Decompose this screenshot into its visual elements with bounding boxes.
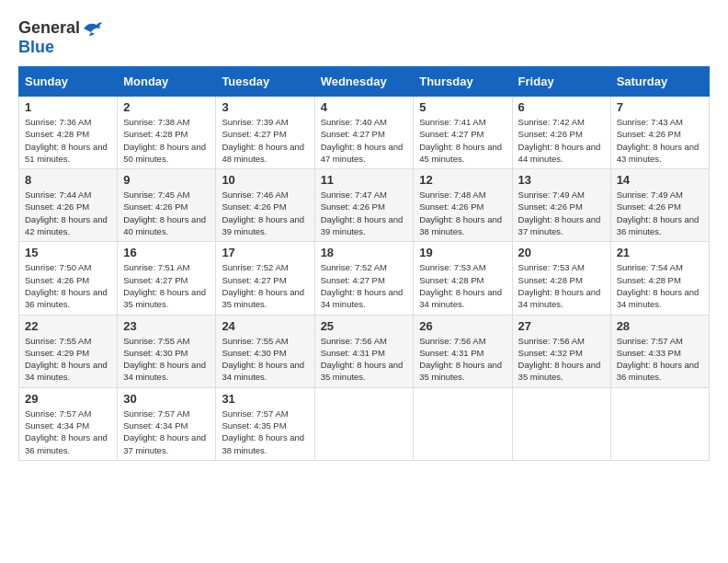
calendar-cell: 29Sunrise: 7:57 AMSunset: 4:34 PMDayligh… xyxy=(19,387,118,460)
day-info: Sunrise: 7:57 AMSunset: 4:34 PMDaylight:… xyxy=(123,408,210,456)
calendar-cell: 8Sunrise: 7:44 AMSunset: 4:26 PMDaylight… xyxy=(19,169,118,242)
calendar-cell: 3Sunrise: 7:39 AMSunset: 4:27 PMDaylight… xyxy=(216,97,314,169)
calendar-week-row: 8Sunrise: 7:44 AMSunset: 4:26 PMDaylight… xyxy=(19,169,710,242)
day-info: Sunrise: 7:40 AMSunset: 4:27 PMDaylight:… xyxy=(321,116,408,165)
logo-general-text: General xyxy=(18,18,80,38)
calendar-cell: 23Sunrise: 7:55 AMSunset: 4:30 PMDayligh… xyxy=(118,315,216,387)
calendar-cell: 21Sunrise: 7:54 AMSunset: 4:28 PMDayligh… xyxy=(610,242,709,315)
day-number: 31 xyxy=(222,392,308,406)
calendar-cell: 27Sunrise: 7:56 AMSunset: 4:32 PMDayligh… xyxy=(512,315,610,387)
day-info: Sunrise: 7:42 AMSunset: 4:26 PMDaylight:… xyxy=(518,116,605,165)
day-info: Sunrise: 7:45 AMSunset: 4:26 PMDaylight:… xyxy=(123,189,210,237)
calendar-cell: 5Sunrise: 7:41 AMSunset: 4:27 PMDaylight… xyxy=(414,97,512,169)
calendar-cell: 6Sunrise: 7:42 AMSunset: 4:26 PMDaylight… xyxy=(512,97,610,169)
day-info: Sunrise: 7:54 AMSunset: 4:28 PMDaylight:… xyxy=(617,261,703,310)
calendar-cell: 30Sunrise: 7:57 AMSunset: 4:34 PMDayligh… xyxy=(118,387,216,460)
day-info: Sunrise: 7:39 AMSunset: 4:27 PMDaylight:… xyxy=(222,116,308,165)
day-number: 27 xyxy=(518,319,605,333)
day-info: Sunrise: 7:57 AMSunset: 4:35 PMDaylight:… xyxy=(222,408,308,456)
calendar-cell: 28Sunrise: 7:57 AMSunset: 4:33 PMDayligh… xyxy=(610,315,709,387)
day-info: Sunrise: 7:41 AMSunset: 4:27 PMDaylight:… xyxy=(419,116,506,165)
calendar-cell: 10Sunrise: 7:46 AMSunset: 4:26 PMDayligh… xyxy=(216,169,314,242)
day-info: Sunrise: 7:51 AMSunset: 4:27 PMDaylight:… xyxy=(123,261,210,310)
calendar-header-tuesday: Tuesday xyxy=(216,67,314,97)
calendar-week-row: 29Sunrise: 7:57 AMSunset: 4:34 PMDayligh… xyxy=(19,387,710,460)
calendar-week-row: 15Sunrise: 7:50 AMSunset: 4:26 PMDayligh… xyxy=(19,242,710,315)
calendar-header-sunday: Sunday xyxy=(19,67,118,97)
calendar-header-thursday: Thursday xyxy=(414,67,512,97)
calendar-cell: 16Sunrise: 7:51 AMSunset: 4:27 PMDayligh… xyxy=(118,242,216,315)
calendar-cell: 15Sunrise: 7:50 AMSunset: 4:26 PMDayligh… xyxy=(19,242,118,315)
calendar-cell: 24Sunrise: 7:55 AMSunset: 4:30 PMDayligh… xyxy=(216,315,314,387)
day-number: 17 xyxy=(222,246,308,259)
day-number: 8 xyxy=(25,173,111,187)
day-number: 14 xyxy=(617,173,703,187)
day-info: Sunrise: 7:56 AMSunset: 4:31 PMDaylight:… xyxy=(321,335,408,384)
calendar-cell: 22Sunrise: 7:55 AMSunset: 4:29 PMDayligh… xyxy=(19,315,118,387)
day-number: 21 xyxy=(617,246,703,259)
day-info: Sunrise: 7:47 AMSunset: 4:26 PMDaylight:… xyxy=(321,189,408,237)
calendar-cell: 19Sunrise: 7:53 AMSunset: 4:28 PMDayligh… xyxy=(414,242,512,315)
calendar-cell: 18Sunrise: 7:52 AMSunset: 4:27 PMDayligh… xyxy=(314,242,414,315)
day-number: 19 xyxy=(419,246,506,259)
day-number: 15 xyxy=(25,246,111,259)
page-header: General Blue xyxy=(18,18,710,57)
calendar-cell: 9Sunrise: 7:45 AMSunset: 4:26 PMDaylight… xyxy=(118,169,216,242)
day-number: 26 xyxy=(419,319,506,333)
day-number: 18 xyxy=(321,246,408,259)
calendar-cell: 14Sunrise: 7:49 AMSunset: 4:26 PMDayligh… xyxy=(610,169,709,242)
logo-blue-text: Blue xyxy=(18,38,54,57)
calendar-cell xyxy=(512,387,610,460)
day-number: 2 xyxy=(123,100,210,114)
day-number: 3 xyxy=(222,100,308,114)
day-info: Sunrise: 7:43 AMSunset: 4:26 PMDaylight:… xyxy=(617,116,703,165)
logo: General Blue xyxy=(18,18,104,57)
calendar-cell xyxy=(610,387,709,460)
day-number: 23 xyxy=(123,319,210,333)
day-info: Sunrise: 7:53 AMSunset: 4:28 PMDaylight:… xyxy=(419,261,506,310)
day-number: 1 xyxy=(25,100,111,114)
day-number: 7 xyxy=(617,100,703,114)
day-info: Sunrise: 7:55 AMSunset: 4:30 PMDaylight:… xyxy=(123,335,210,384)
calendar-cell: 1Sunrise: 7:36 AMSunset: 4:28 PMDaylight… xyxy=(19,97,118,169)
calendar-week-row: 22Sunrise: 7:55 AMSunset: 4:29 PMDayligh… xyxy=(19,315,710,387)
calendar-header-friday: Friday xyxy=(512,67,610,97)
day-info: Sunrise: 7:55 AMSunset: 4:29 PMDaylight:… xyxy=(25,335,111,384)
day-info: Sunrise: 7:57 AMSunset: 4:34 PMDaylight:… xyxy=(25,408,111,456)
calendar-cell xyxy=(414,387,512,460)
day-number: 16 xyxy=(123,246,210,259)
calendar-cell: 17Sunrise: 7:52 AMSunset: 4:27 PMDayligh… xyxy=(216,242,314,315)
day-number: 9 xyxy=(123,173,210,187)
calendar-cell: 12Sunrise: 7:48 AMSunset: 4:26 PMDayligh… xyxy=(414,169,512,242)
day-number: 20 xyxy=(518,246,605,259)
day-number: 10 xyxy=(222,173,308,187)
day-info: Sunrise: 7:50 AMSunset: 4:26 PMDaylight:… xyxy=(25,261,111,310)
calendar-cell: 7Sunrise: 7:43 AMSunset: 4:26 PMDaylight… xyxy=(610,97,709,169)
calendar-cell: 13Sunrise: 7:49 AMSunset: 4:26 PMDayligh… xyxy=(512,169,610,242)
calendar-cell: 25Sunrise: 7:56 AMSunset: 4:31 PMDayligh… xyxy=(314,315,414,387)
day-number: 5 xyxy=(419,100,506,114)
calendar-header-saturday: Saturday xyxy=(610,67,709,97)
day-number: 25 xyxy=(321,319,408,333)
day-info: Sunrise: 7:46 AMSunset: 4:26 PMDaylight:… xyxy=(222,189,308,237)
day-info: Sunrise: 7:53 AMSunset: 4:28 PMDaylight:… xyxy=(518,261,605,310)
day-info: Sunrise: 7:36 AMSunset: 4:28 PMDaylight:… xyxy=(25,116,111,165)
day-info: Sunrise: 7:38 AMSunset: 4:28 PMDaylight:… xyxy=(123,116,210,165)
day-info: Sunrise: 7:57 AMSunset: 4:33 PMDaylight:… xyxy=(617,335,703,384)
day-number: 13 xyxy=(518,173,605,187)
day-info: Sunrise: 7:52 AMSunset: 4:27 PMDaylight:… xyxy=(222,261,308,310)
day-number: 6 xyxy=(518,100,605,114)
calendar-cell: 2Sunrise: 7:38 AMSunset: 4:28 PMDaylight… xyxy=(118,97,216,169)
calendar-cell: 31Sunrise: 7:57 AMSunset: 4:35 PMDayligh… xyxy=(216,387,314,460)
logo-bird-icon xyxy=(82,19,104,38)
day-number: 11 xyxy=(321,173,408,187)
day-info: Sunrise: 7:56 AMSunset: 4:32 PMDaylight:… xyxy=(518,335,605,384)
day-number: 4 xyxy=(321,100,408,114)
day-number: 12 xyxy=(419,173,506,187)
calendar-cell: 20Sunrise: 7:53 AMSunset: 4:28 PMDayligh… xyxy=(512,242,610,315)
day-number: 28 xyxy=(617,319,703,333)
day-number: 22 xyxy=(25,319,111,333)
calendar-cell: 26Sunrise: 7:56 AMSunset: 4:31 PMDayligh… xyxy=(414,315,512,387)
day-info: Sunrise: 7:55 AMSunset: 4:30 PMDaylight:… xyxy=(222,335,308,384)
day-number: 30 xyxy=(123,392,210,406)
